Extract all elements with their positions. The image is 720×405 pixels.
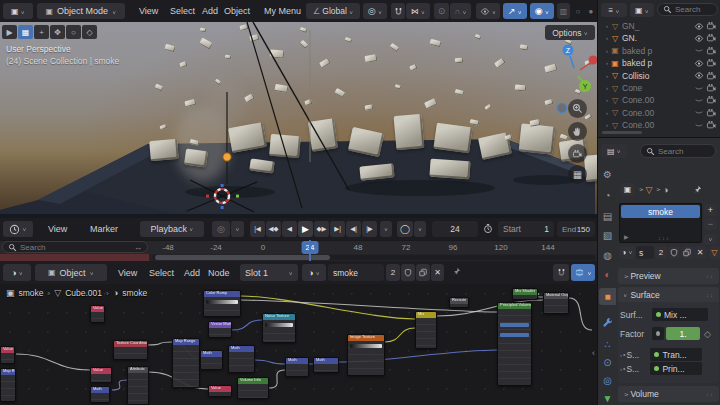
- outliner-filter-button[interactable]: ≡∨: [601, 3, 627, 17]
- eye-hidden-icon[interactable]: [694, 121, 704, 130]
- gizmos-toggle-button[interactable]: ↗∨: [503, 3, 527, 19]
- eye-hidden-icon[interactable]: [694, 84, 704, 93]
- properties-search[interactable]: Search: [640, 144, 716, 158]
- material-slot-selected[interactable]: smoke: [621, 205, 700, 218]
- unlink-material-icon[interactable]: ✕: [694, 246, 706, 259]
- expand-arrow-icon[interactable]: ›: [606, 60, 608, 66]
- keying-set-icon[interactable]: ◯: [397, 221, 413, 237]
- node-vector-math[interactable]: Vector Math: [208, 321, 232, 338]
- render-visibility-camera-icon[interactable]: [706, 95, 717, 105]
- breadcrumb-item[interactable]: Cube.001: [65, 288, 102, 298]
- render-visibility-camera-icon[interactable]: [706, 21, 717, 31]
- users-count-button[interactable]: 2: [655, 246, 667, 259]
- node-mix-shader[interactable]: Mix Shader: [512, 288, 538, 300]
- material-name-field[interactable]: smoke: [328, 264, 384, 281]
- slot-selector-button[interactable]: Slot 1∨: [240, 264, 298, 281]
- timeline-channel-strip[interactable]: [0, 254, 149, 261]
- playhead-line[interactable]: [309, 240, 311, 261]
- node-volume-info[interactable]: Volume Info: [237, 377, 269, 399]
- outliner-scrollbar[interactable]: [602, 131, 642, 134]
- tab-data[interactable]: ▼: [599, 390, 616, 405]
- toggle-perspective-icon[interactable]: ▦: [568, 165, 587, 184]
- fake-user-shield-icon[interactable]: [668, 246, 680, 259]
- node-material-output[interactable]: Material Output: [543, 292, 569, 314]
- expand-arrow-icon[interactable]: ›: [620, 352, 622, 358]
- tab-render[interactable]: ◔: [599, 187, 616, 204]
- menu-view[interactable]: View: [42, 218, 73, 240]
- expand-arrow-icon[interactable]: ›: [606, 85, 608, 91]
- eye-hidden-icon[interactable]: [694, 46, 704, 55]
- material-icon[interactable]: ◑: [663, 185, 668, 195]
- outliner-row[interactable]: ›▽Collisio: [598, 70, 720, 82]
- list-filter-toggle[interactable]: ▶: [624, 233, 629, 240]
- expand-arrow-icon[interactable]: ›: [606, 23, 608, 29]
- outliner-item-label[interactable]: Cone.00: [622, 95, 692, 105]
- outliner-row[interactable]: ›▽Cone.00: [598, 94, 720, 106]
- auto-keying-record-icon[interactable]: ◎: [212, 221, 230, 237]
- render-visibility-camera-icon[interactable]: [706, 71, 717, 81]
- xray-toggle-icon[interactable]: ▥: [557, 3, 570, 19]
- mesh-data-icon[interactable]: ▽: [645, 185, 652, 195]
- use-preview-range-icon[interactable]: [483, 223, 493, 234]
- tab-tool[interactable]: ⚙: [599, 166, 616, 183]
- slot-specials-button[interactable]: ∨: [704, 234, 717, 245]
- tab-view-layer[interactable]: ▧: [599, 227, 616, 244]
- expand-arrow-icon[interactable]: ›: [606, 35, 608, 41]
- node-canvas[interactable]: Color RampNoise TextureVector MathTextur…: [0, 284, 597, 405]
- shading-solid-icon[interactable]: ●: [585, 3, 597, 19]
- panel-preview[interactable]: ∨Preview᎓᎓: [618, 268, 719, 284]
- transport-play-button[interactable]: ▶: [298, 221, 313, 237]
- overlays-toggle-button[interactable]: ∨: [571, 264, 595, 281]
- material-name-field[interactable]: s: [636, 246, 654, 259]
- snap-magnet-icon[interactable]: [391, 3, 405, 19]
- eye-visible-icon[interactable]: [694, 71, 704, 80]
- shader-type-button[interactable]: ▣Object∨: [35, 264, 107, 281]
- menu-view[interactable]: View: [112, 261, 143, 284]
- outliner-item-label[interactable]: baked p: [622, 46, 692, 56]
- list-resize-grip[interactable]: ᎓᎓᎓: [658, 235, 670, 241]
- tab-world[interactable]: ◐: [599, 266, 616, 283]
- render-visibility-camera-icon[interactable]: [706, 83, 717, 93]
- auto-keying-dropdown[interactable]: ∨: [231, 221, 244, 237]
- pan-hand-icon[interactable]: [568, 122, 587, 141]
- tab-scene[interactable]: ◍: [599, 247, 616, 264]
- outliner-row[interactable]: ›▣baked p: [598, 57, 720, 69]
- node-value[interactable]: Value: [208, 385, 232, 397]
- menu-view[interactable]: View: [133, 0, 164, 22]
- keying-set-dropdown[interactable]: ∨: [414, 221, 426, 237]
- outliner-item-label[interactable]: baked p: [622, 58, 692, 68]
- node-value[interactable]: Value: [0, 346, 15, 364]
- tool-tweak-select-icon[interactable]: ▶: [2, 25, 17, 39]
- outliner-search[interactable]: Search: [657, 3, 718, 16]
- node-math[interactable]: Math: [90, 386, 110, 403]
- snap-target-button[interactable]: ⋈∨: [406, 3, 430, 19]
- tool-select-box-icon[interactable]: ▦: [18, 25, 33, 39]
- assign-specials-button[interactable]: ▽∨: [709, 246, 720, 259]
- tab-constraints[interactable]: ◎: [599, 372, 616, 389]
- eye-hidden-icon[interactable]: [694, 96, 704, 105]
- tool-rotate-icon[interactable]: ○: [66, 25, 81, 39]
- new-material-icon[interactable]: [681, 246, 693, 259]
- outliner-display-mode-button[interactable]: ▣∨: [630, 3, 654, 17]
- unlink-material-icon[interactable]: ✕: [431, 264, 444, 281]
- material-slot-list[interactable]: smoke ▶ ᎓᎓᎓: [619, 203, 702, 243]
- expand-arrow-icon[interactable]: ›: [606, 73, 608, 79]
- add-slot-button[interactable]: +: [704, 204, 717, 216]
- new-material-icon[interactable]: [416, 264, 430, 281]
- tab-physics[interactable]: ⊙: [599, 354, 616, 371]
- node-mix[interactable]: Mix: [415, 311, 437, 349]
- render-visibility-camera-icon[interactable]: [706, 33, 717, 43]
- menu-my-menu[interactable]: My Menu: [258, 0, 307, 22]
- node-principled-volume[interactable]: Principled Volume: [497, 302, 532, 386]
- menu-object[interactable]: Object: [218, 0, 256, 22]
- pin-icon[interactable]: [693, 185, 702, 194]
- options-button[interactable]: Options∨: [545, 25, 595, 40]
- eye-visible-icon[interactable]: [694, 34, 704, 43]
- sidebar-toggle-icon[interactable]: ‹: [592, 348, 595, 358]
- playback-menu-button[interactable]: Playback∨: [140, 221, 204, 237]
- tool-cursor-icon[interactable]: +: [34, 25, 49, 39]
- properties-editor-type-button[interactable]: ▤∨: [601, 144, 627, 158]
- current-frame-field[interactable]: 24: [432, 221, 478, 237]
- timeline-search[interactable]: Search ↔: [2, 241, 148, 253]
- editor-type-shader-button[interactable]: ◑∨: [3, 264, 31, 281]
